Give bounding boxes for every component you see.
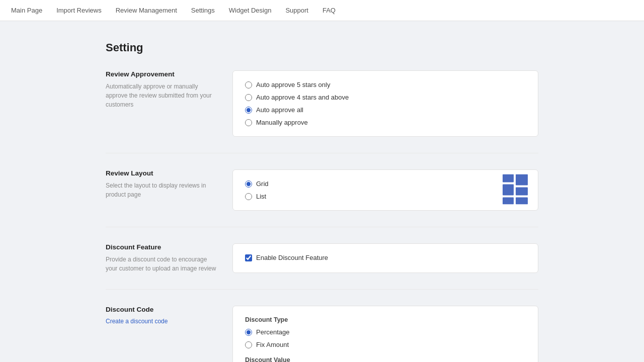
layout-radio-group: GridList <box>245 180 526 200</box>
section-right-discount-feature: Enable Discount Feature <box>232 243 538 273</box>
discount-type-radio-1[interactable] <box>245 341 252 348</box>
nav-item-main-page[interactable]: Main Page <box>10 0 43 21</box>
approvement-radio-2[interactable] <box>245 107 252 114</box>
approvement-option-3[interactable]: Manually approve <box>245 119 526 126</box>
discount-type-label-0: Percentage <box>256 328 290 336</box>
svg-rect-2 <box>503 185 514 196</box>
svg-rect-3 <box>516 188 528 196</box>
svg-rect-4 <box>503 198 514 205</box>
svg-rect-1 <box>516 174 528 186</box>
layout-label-0: Grid <box>256 180 269 188</box>
approvement-label-3: Manually approve <box>256 119 308 126</box>
nav-item-settings[interactable]: Settings <box>190 0 216 21</box>
section-right-discount-code: Discount Type PercentageFix Amount Disco… <box>232 306 538 362</box>
discount-type-radio-0[interactable] <box>245 329 252 336</box>
section-left-discount-feature: Discount Feature Provide a discount code… <box>106 243 216 273</box>
nav-item-widget-design[interactable]: Widget Design <box>228 0 273 21</box>
section-right-approvement: Auto approve 5 stars onlyAuto approve 4 … <box>232 70 538 137</box>
section-right-layout: GridList <box>232 169 538 211</box>
section-discount-feature: Discount Feature Provide a discount code… <box>106 243 538 290</box>
approvement-radio-1[interactable] <box>245 94 252 101</box>
approvement-radio-group: Auto approve 5 stars onlyAuto approve 4 … <box>245 81 526 126</box>
navigation: Main PageImport ReviewsReview Management… <box>0 0 644 21</box>
page-title: Setting <box>106 41 538 54</box>
grid-layout-icon <box>503 174 528 205</box>
section-desc-discount-feature: Provide a discount code to encourage you… <box>106 255 216 273</box>
approvement-label-2: Auto approve all <box>256 106 303 114</box>
section-review-layout: Review Layout Select the layout to displ… <box>106 169 538 227</box>
enable-discount-checkbox[interactable] <box>245 254 252 261</box>
discount-type-option-0[interactable]: Percentage <box>245 328 526 336</box>
section-title-discount-code: Discount Code <box>106 306 216 313</box>
approvement-radio-3[interactable] <box>245 119 252 126</box>
approvement-option-1[interactable]: Auto approve 4 stars and above <box>245 94 526 101</box>
nav-item-faq[interactable]: FAQ <box>321 0 337 21</box>
section-review-approvement: Review Approvement Automatically approve… <box>106 70 538 153</box>
discount-value-label: Discount Value <box>245 356 526 362</box>
nav-item-review-management[interactable]: Review Management <box>115 0 178 21</box>
layout-option-0[interactable]: Grid <box>245 180 526 188</box>
content-area: Setting Review Approvement Automatically… <box>96 41 548 362</box>
layout-option-1[interactable]: List <box>245 193 526 200</box>
discount-type-label: Discount Type <box>245 316 526 323</box>
approvement-label-1: Auto approve 4 stars and above <box>256 94 349 101</box>
section-left-discount-code: Discount Code Create a discount code <box>106 306 216 362</box>
nav-item-support[interactable]: Support <box>284 0 309 21</box>
discount-type-option-1[interactable]: Fix Amount <box>245 341 526 348</box>
approvement-option-2[interactable]: Auto approve all <box>245 106 526 114</box>
approvement-option-0[interactable]: Auto approve 5 stars only <box>245 81 526 88</box>
section-left-approvement: Review Approvement Automatically approve… <box>106 70 216 137</box>
section-left-layout: Review Layout Select the layout to displ… <box>106 169 216 211</box>
section-desc-layout: Select the layout to display reviews in … <box>106 181 216 199</box>
discount-type-label-1: Fix Amount <box>256 341 289 348</box>
nav-item-import-reviews[interactable]: Import Reviews <box>55 0 103 21</box>
section-discount-code: Discount Code Create a discount code Dis… <box>106 306 538 362</box>
create-discount-link[interactable]: Create a discount code <box>106 318 168 325</box>
discount-type-radio-group: PercentageFix Amount <box>245 328 526 348</box>
section-desc-approvement: Automatically approve or manually approv… <box>106 82 216 109</box>
approvement-radio-0[interactable] <box>245 81 252 88</box>
grid-icon-container <box>503 174 528 206</box>
layout-radio-0[interactable] <box>245 180 252 188</box>
layout-label-1: List <box>256 193 266 200</box>
enable-discount-label: Enable Discount Feature <box>256 254 328 261</box>
section-title-discount-feature: Discount Feature <box>106 243 216 251</box>
section-title-layout: Review Layout <box>106 169 216 177</box>
svg-rect-5 <box>516 198 528 205</box>
enable-discount-checkbox-label[interactable]: Enable Discount Feature <box>245 254 526 261</box>
approvement-label-0: Auto approve 5 stars only <box>256 81 330 88</box>
layout-radio-1[interactable] <box>245 193 252 200</box>
svg-rect-0 <box>503 174 514 183</box>
section-title-approvement: Review Approvement <box>106 70 216 78</box>
